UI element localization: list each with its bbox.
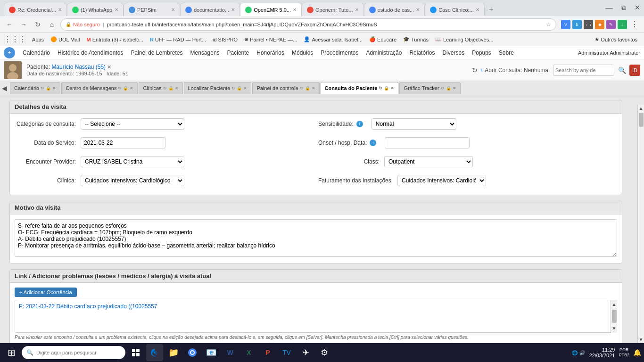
minimize-button[interactable]: — bbox=[605, 4, 613, 12]
bm-apps[interactable]: Apps bbox=[29, 36, 47, 43]
reload-button[interactable]: ↻ bbox=[32, 19, 43, 30]
ext-b-icon[interactable]: b bbox=[572, 20, 582, 29]
nav-honorarios[interactable]: Honorários bbox=[256, 49, 284, 56]
youtube-tab-close[interactable]: ✕ bbox=[355, 7, 359, 12]
browser-tab-whatsapp[interactable]: (1) WhatsApp ✕ bbox=[67, 3, 124, 16]
tab-grafico-close[interactable]: ✕ bbox=[453, 86, 456, 90]
add-ocorrencia-button[interactable]: + Adicionar Ocorrência bbox=[15, 288, 77, 297]
taskbar-teamviewer-icon[interactable]: TV bbox=[278, 344, 295, 361]
bm-outros[interactable]: ★ Outros favoritos bbox=[592, 35, 640, 43]
more-options-button[interactable]: ⋮ bbox=[629, 20, 640, 29]
bm-nepae[interactable]: ⊕ Painel • NEPAE —... bbox=[241, 35, 300, 43]
sensibilidade-info-icon[interactable]: i bbox=[356, 121, 363, 127]
notifications-icon[interactable]: 🔔 bbox=[633, 349, 641, 356]
class-select[interactable]: Outpatient bbox=[384, 156, 473, 167]
browser-tab-openemr[interactable]: OpenEMR 5.0... ✕ bbox=[240, 3, 302, 16]
taskbar-telegram-icon[interactable]: ✈ bbox=[297, 344, 314, 361]
tab-grafico[interactable]: Gráfico Tracker ↻ 🔒 ✕ bbox=[399, 82, 460, 94]
categorias-select[interactable]: -- Selecione -- bbox=[81, 118, 184, 130]
tab-localizar[interactable]: Localizar Paciente ↻ 🔒 ✕ bbox=[184, 82, 252, 94]
language-indicator[interactable]: POR PTB2 bbox=[619, 347, 629, 358]
nav-mensagens[interactable]: Mensagens bbox=[190, 49, 220, 56]
tab-grafico-refresh[interactable]: ↻ bbox=[441, 86, 445, 90]
problems-list[interactable]: P: 2021-03-22 Débito cardíaco prejudicad… bbox=[15, 300, 617, 333]
ext-orange-icon[interactable]: ◆ bbox=[595, 20, 604, 29]
restore-button[interactable]: ⧉ bbox=[621, 4, 626, 12]
bm-turmas[interactable]: 🎓 Turmas bbox=[400, 35, 431, 43]
bm-learning[interactable]: 📖 Learning Objectives... bbox=[432, 35, 496, 43]
ext-purple-icon[interactable]: ✎ bbox=[606, 20, 616, 29]
taskbar-ppt-icon[interactable]: P bbox=[259, 344, 276, 361]
nav-calendario[interactable]: Calendário bbox=[23, 49, 50, 56]
patient-remove-icon[interactable]: ✕ bbox=[107, 64, 111, 70]
gmail-tab-close[interactable]: ✕ bbox=[58, 7, 62, 12]
taskbar-search[interactable]: 🔍 bbox=[22, 346, 125, 359]
tab-mensagens-close[interactable]: ✕ bbox=[130, 86, 133, 90]
browser-tab-youtube[interactable]: Openemr Tuto... ✕ bbox=[302, 3, 363, 16]
tab-mensagens-refresh[interactable]: ↻ bbox=[118, 86, 122, 90]
back-button[interactable]: ← bbox=[4, 19, 15, 30]
data-servico-input[interactable] bbox=[81, 137, 165, 148]
openemr-tab-close[interactable]: ✕ bbox=[293, 7, 297, 12]
abrir-consulta-link[interactable]: + bbox=[479, 67, 483, 74]
network-icon[interactable]: 🌐 bbox=[572, 350, 578, 355]
nav-diversos[interactable]: Diversos bbox=[442, 49, 464, 56]
nav-relatorios[interactable]: Relatórios bbox=[409, 49, 435, 56]
clinica-select[interactable]: Cuidados Intensivos: Cardiológico bbox=[81, 175, 184, 186]
nav-sobre[interactable]: Sobre bbox=[499, 49, 514, 56]
tab-clinicas-close[interactable]: ✕ bbox=[175, 86, 179, 90]
bm-educare[interactable]: 🍎 Educare bbox=[366, 35, 399, 43]
tab-painel-close[interactable]: ✕ bbox=[312, 86, 315, 90]
onset-info-icon[interactable]: i bbox=[370, 140, 376, 146]
tab-mensagens[interactable]: Centro de Mensagens ↻ 🔒 ✕ bbox=[61, 82, 138, 94]
google-tab-close[interactable]: ✕ bbox=[231, 7, 235, 12]
tab-painel[interactable]: Painel de controle ↻ 🔒 ✕ bbox=[252, 82, 319, 94]
nav-procedimentos[interactable]: Procedimentos bbox=[321, 49, 358, 56]
scroll-down-arrow[interactable]: ▼ bbox=[612, 326, 617, 331]
tab-calendario[interactable]: Calendário ↻ 🔒 ✕ bbox=[10, 82, 60, 94]
apps-icon[interactable]: ⋮⋮⋮ bbox=[4, 35, 26, 44]
tab-consulta-close[interactable]: ✕ bbox=[390, 86, 394, 90]
close-button[interactable]: ✕ bbox=[635, 4, 640, 12]
nav-paciente[interactable]: Paciente bbox=[227, 49, 249, 56]
browser-tab-google2[interactable]: estudo de cas... ✕ bbox=[364, 3, 425, 16]
tab-calendario-refresh[interactable]: ↻ bbox=[41, 86, 44, 90]
caso-tab-close[interactable]: ✕ bbox=[476, 7, 479, 12]
bm-uff[interactable]: R UFF — RAD — Port... bbox=[147, 36, 209, 43]
scroll-up-arrow[interactable]: ▲ bbox=[612, 302, 617, 307]
page-scroll-up[interactable]: ▲ bbox=[639, 106, 644, 111]
problems-list-scrollbar[interactable]: ▲ ▼ bbox=[611, 300, 617, 333]
pepsim-tab-close[interactable]: ✕ bbox=[171, 7, 175, 12]
scroll-thumb[interactable] bbox=[612, 310, 617, 323]
tab-consulta-refresh[interactable]: ↻ bbox=[379, 86, 382, 90]
taskbar-misc-icon[interactable]: ⚙ bbox=[316, 344, 333, 361]
tab-clinicas-refresh[interactable]: ↻ bbox=[163, 86, 167, 90]
tab-clinicas[interactable]: Clínicas ↻ 🔒 ✕ bbox=[139, 82, 182, 94]
taskbar-task-view[interactable] bbox=[127, 344, 144, 361]
ext-green-icon[interactable]: ↓ bbox=[618, 20, 627, 29]
patient-id-button[interactable]: ID bbox=[629, 65, 640, 76]
patient-name[interactable]: Maurício Nassau (55) bbox=[51, 64, 106, 70]
bm-gmail[interactable]: M Entrada (3) - isabelc... bbox=[84, 36, 146, 43]
taskbar-edge-icon[interactable] bbox=[146, 344, 163, 361]
page-scroll-down[interactable]: ▼ bbox=[639, 337, 644, 342]
taskbar-excel-icon[interactable]: X bbox=[240, 344, 257, 361]
refresh-icon[interactable]: ↻ bbox=[472, 66, 478, 74]
taskbar-chrome-icon[interactable] bbox=[184, 344, 201, 361]
sensibilidade-select[interactable]: Normal bbox=[372, 118, 456, 130]
new-tab-button[interactable]: + bbox=[485, 3, 498, 16]
page-scroll-thumb[interactable] bbox=[639, 113, 644, 127]
nav-modulos[interactable]: Módulos bbox=[292, 49, 313, 56]
browser-tab-pepsim[interactable]: PEPSim ✕ bbox=[124, 3, 180, 16]
tab-localizar-close[interactable]: ✕ bbox=[243, 86, 247, 90]
start-button[interactable]: ⊞ bbox=[3, 344, 20, 361]
bm-sala[interactable]: 👤 Acessar sala: Isabel... bbox=[301, 35, 365, 43]
browser-tab-caso[interactable]: Caso Clínico:... ✕ bbox=[425, 3, 485, 16]
forward-button[interactable]: → bbox=[18, 19, 29, 30]
taskbar-email-icon[interactable]: 📧 bbox=[203, 344, 220, 361]
nav-painel-lembretes[interactable]: Painel de Lembretes bbox=[131, 49, 182, 56]
nav-administracao[interactable]: Administração bbox=[366, 49, 402, 56]
onset-input[interactable] bbox=[385, 137, 470, 148]
taskbar-search-input[interactable] bbox=[36, 350, 116, 355]
bm-uol[interactable]: 🟠 UOL Mail bbox=[48, 35, 83, 43]
